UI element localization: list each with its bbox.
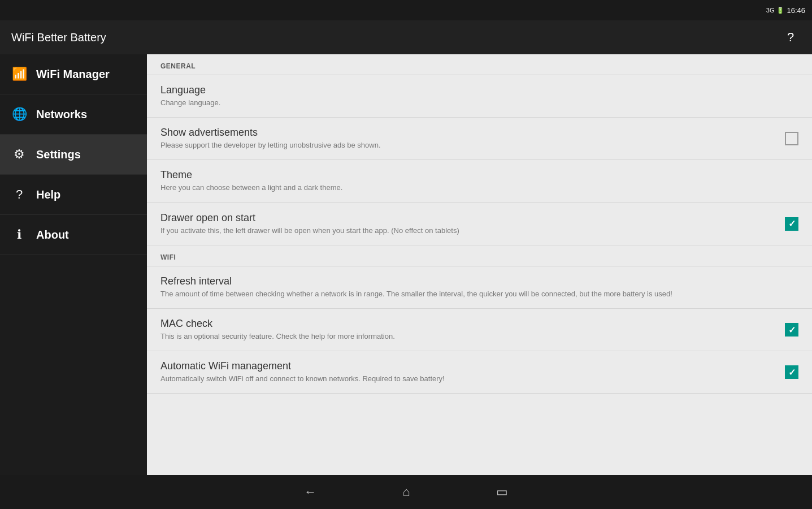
status-icons: 3G 🔋 16:46 — [766, 6, 805, 15]
toolbar: WiFi Better Battery ? — [0, 20, 812, 54]
setting-mac-check[interactable]: MAC check This is an optional security f… — [147, 309, 812, 351]
help-toolbar-button[interactable]: ? — [780, 27, 801, 48]
setting-drawer-open[interactable]: Drawer open on start If you activate thi… — [147, 203, 812, 245]
globe-icon: 🌐 — [11, 107, 27, 122]
battery-icon: 🔋 — [776, 7, 784, 14]
setting-show-ads-title: Show advertisements — [160, 127, 776, 139]
main-area: 📶 WiFi Manager 🌐 Networks ⚙ Settings ? H… — [0, 54, 812, 475]
section-header-general: GENERAL — [147, 54, 812, 75]
setting-refresh-interval[interactable]: Refresh interval The amount of time betw… — [147, 266, 812, 309]
sidebar-item-help[interactable]: ? Help — [0, 175, 147, 215]
section-header-wifi: WIFI — [147, 245, 812, 266]
sidebar-item-settings[interactable]: ⚙ Settings — [0, 135, 147, 175]
setting-refresh-interval-desc: The amount of time between checking whet… — [160, 289, 798, 299]
setting-theme-title: Theme — [160, 169, 798, 181]
setting-drawer-open-text: Drawer open on start If you activate thi… — [160, 212, 776, 236]
status-bar: 3G 🔋 16:46 — [0, 0, 812, 20]
sidebar-label-networks: Networks — [36, 108, 87, 121]
sidebar-item-wifi-manager[interactable]: 📶 WiFi Manager — [0, 54, 147, 94]
home-button[interactable]: ⌂ — [393, 480, 419, 504]
recents-button[interactable]: ▭ — [487, 480, 517, 504]
setting-refresh-interval-text: Refresh interval The amount of time betw… — [160, 275, 798, 299]
setting-refresh-interval-title: Refresh interval — [160, 275, 798, 287]
wifi-icon: 📶 — [11, 67, 27, 81]
setting-drawer-open-title: Drawer open on start — [160, 212, 776, 224]
sidebar-label-settings: Settings — [36, 148, 81, 161]
setting-drawer-open-desc: If you activate this, the left drawer wi… — [160, 226, 776, 236]
mac-check-checkbox[interactable] — [785, 323, 798, 337]
setting-show-ads[interactable]: Show advertisements Please support the d… — [147, 118, 812, 160]
back-button[interactable]: ← — [295, 480, 325, 504]
setting-theme[interactable]: Theme Here you can choose between a ligh… — [147, 160, 812, 202]
sidebar-label-about: About — [36, 228, 69, 241]
setting-show-ads-text: Show advertisements Please support the d… — [160, 127, 776, 150]
setting-auto-wifi-desc: Automatically switch WiFi off and connec… — [160, 374, 776, 384]
setting-auto-wifi[interactable]: Automatic WiFi management Automatically … — [147, 351, 812, 394]
setting-theme-desc: Here you can choose between a light and … — [160, 183, 798, 193]
setting-language[interactable]: Language Change language. — [147, 75, 812, 118]
signal-icon: 3G — [766, 7, 775, 14]
setting-theme-text: Theme Here you can choose between a ligh… — [160, 169, 798, 193]
question-icon: ? — [11, 187, 27, 202]
settings-panel: GENERAL Language Change language. Show a… — [147, 54, 812, 475]
setting-language-title: Language — [160, 84, 798, 96]
auto-wifi-checkbox[interactable] — [785, 365, 798, 379]
info-icon: ℹ — [11, 227, 27, 242]
sidebar: 📶 WiFi Manager 🌐 Networks ⚙ Settings ? H… — [0, 54, 147, 475]
gear-icon: ⚙ — [11, 147, 27, 162]
sidebar-item-networks[interactable]: 🌐 Networks — [0, 94, 147, 135]
sidebar-item-about[interactable]: ℹ About — [0, 215, 147, 255]
setting-language-desc: Change language. — [160, 98, 798, 108]
setting-auto-wifi-title: Automatic WiFi management — [160, 360, 776, 372]
setting-auto-wifi-text: Automatic WiFi management Automatically … — [160, 360, 776, 384]
setting-mac-check-desc: This is an optional security feature. Ch… — [160, 331, 776, 342]
sidebar-label-wifi-manager: WiFi Manager — [36, 68, 110, 81]
time-label: 16:46 — [787, 6, 805, 15]
setting-mac-check-text: MAC check This is an optional security f… — [160, 318, 776, 342]
setting-language-text: Language Change language. — [160, 84, 798, 108]
app-title: WiFi Better Battery — [11, 31, 106, 44]
setting-show-ads-desc: Please support the developer by letting … — [160, 140, 776, 150]
nav-bar: ← ⌂ ▭ — [0, 475, 812, 509]
setting-mac-check-title: MAC check — [160, 318, 776, 330]
sidebar-label-help: Help — [36, 188, 60, 201]
show-ads-checkbox[interactable] — [785, 132, 798, 145]
drawer-open-checkbox[interactable] — [785, 217, 798, 231]
